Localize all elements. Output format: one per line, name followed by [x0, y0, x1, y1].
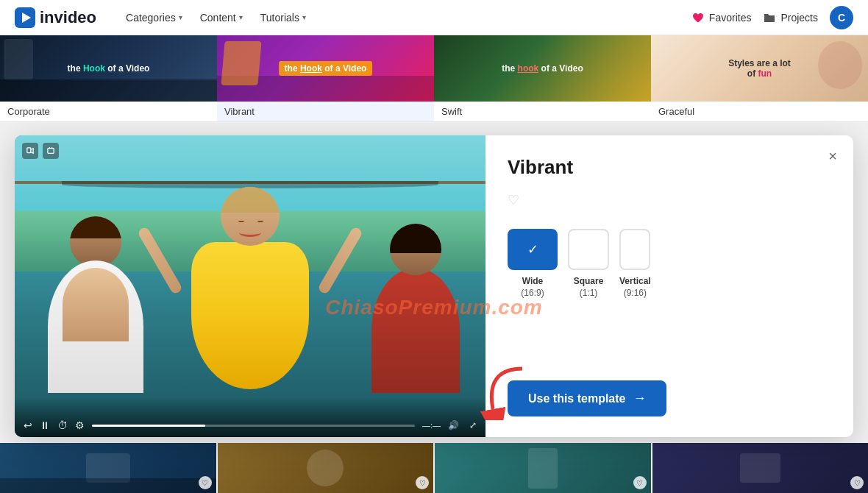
bottom-thumb-heart-4[interactable]: ♡ — [850, 476, 864, 489]
bottom-thumb-2[interactable]: ♡ — [218, 443, 434, 493]
content-area: ↩ ⏸ ⏱ ⚙ —:— 🔊 ⤢ Vibrant ♡ — [0, 122, 868, 493]
svg-rect-2 — [27, 148, 31, 153]
ratio-wide-box: ✓ — [508, 229, 558, 270]
ratio-vertical-box — [619, 229, 650, 270]
replay-button[interactable]: ↩ — [24, 419, 32, 431]
bottom-thumb-1[interactable]: ♡ — [0, 443, 216, 493]
template-name-graceful: Graceful — [651, 102, 868, 121]
progress-bar[interactable] — [92, 425, 415, 427]
template-title: Vibrant — [508, 156, 831, 179]
user-avatar[interactable]: C — [830, 6, 853, 29]
use-template-button[interactable]: Use this template → — [508, 380, 666, 416]
chevron-down-icon: ▾ — [239, 13, 243, 21]
check-icon: ✓ — [527, 241, 538, 258]
ratio-square[interactable]: Square (1:1) — [568, 229, 609, 299]
modal-info-panel: Vibrant ♡ ✓ Wide (16:9) — [485, 135, 853, 437]
bottom-thumb-heart-3[interactable]: ♡ — [633, 476, 647, 489]
svg-rect-3 — [48, 149, 54, 154]
chevron-down-icon: ▾ — [302, 13, 306, 21]
ratio-wide[interactable]: ✓ Wide (16:9) — [508, 229, 558, 299]
logo[interactable]: invideo — [15, 7, 96, 28]
invideo-logo-icon — [15, 7, 35, 28]
modal-close-button[interactable]: × — [822, 146, 843, 166]
volume-button[interactable]: 🔊 — [448, 420, 459, 430]
ratio-vertical[interactable]: Vertical (9:16) — [619, 229, 651, 299]
projects-button[interactable]: Projects — [763, 11, 818, 24]
chevron-down-icon: ▾ — [179, 13, 182, 21]
header-right: Favorites Projects C — [691, 6, 853, 29]
template-preview-modal: ↩ ⏸ ⏱ ⚙ —:— 🔊 ⤢ Vibrant ♡ — [15, 135, 853, 437]
favorites-button[interactable]: Favorites — [691, 11, 752, 24]
template-thumb-swift[interactable]: the hook of a Video Swift — [434, 35, 651, 121]
bottom-thumb-4[interactable]: ♡ — [652, 443, 869, 493]
nav-categories[interactable]: Categories ▾ — [118, 7, 190, 28]
arrow-icon: → — [633, 391, 646, 406]
expand-button[interactable]: ⤢ — [469, 420, 477, 430]
bottom-thumbnail-row: ♡ ♡ ♡ ♡ — [0, 443, 868, 493]
template-name-corporate: Corporate — [0, 102, 217, 121]
bottom-thumb-3[interactable]: ♡ — [435, 443, 651, 493]
video-icon-1[interactable] — [22, 143, 38, 159]
header: invideo Categories ▾ Content ▾ Tutorials… — [0, 0, 868, 35]
settings-button[interactable]: ⚙ — [75, 419, 85, 431]
nav-tutorials[interactable]: Tutorials ▾ — [253, 7, 313, 28]
folder-icon — [763, 11, 776, 24]
video-top-icons — [22, 143, 59, 159]
nav-content[interactable]: Content ▾ — [193, 7, 250, 28]
bottom-thumb-heart-2[interactable]: ♡ — [416, 476, 429, 489]
pause-button[interactable]: ⏸ — [40, 419, 50, 431]
template-thumb-vibrant[interactable]: the Hook of a Video Vibrant — [217, 35, 434, 121]
template-thumbnail-row: the Hook of a Video Corporate the Hook o… — [0, 35, 868, 122]
template-name-vibrant: Vibrant — [217, 102, 434, 121]
ratio-square-label: Square (1:1) — [574, 276, 604, 299]
modal-video-panel: ↩ ⏸ ⏱ ⚙ —:— 🔊 ⤢ — [15, 135, 485, 437]
ratio-square-box — [568, 229, 609, 270]
main-nav: Categories ▾ Content ▾ Tutorials ▾ — [118, 7, 313, 28]
template-name-swift: Swift — [434, 102, 651, 121]
template-thumb-graceful[interactable]: Styles are a lotof fun Graceful — [651, 35, 868, 121]
time-display: —:— — [422, 421, 441, 430]
aspect-ratio-selector: ✓ Wide (16:9) Square (1:1) — [508, 229, 831, 299]
page-container: invideo Categories ▾ Content ▾ Tutorials… — [0, 0, 868, 493]
timer-button[interactable]: ⏱ — [57, 419, 68, 431]
video-icon-2[interactable] — [43, 143, 59, 159]
template-thumb-corporate[interactable]: the Hook of a Video Corporate — [0, 35, 217, 121]
favorite-heart-button[interactable]: ♡ — [508, 192, 831, 208]
progress-fill — [92, 425, 205, 427]
ratio-wide-label: Wide (16:9) — [521, 276, 544, 299]
video-preview[interactable] — [15, 135, 485, 437]
bottom-thumb-heart-1[interactable]: ♡ — [199, 476, 212, 489]
logo-text: invideo — [40, 8, 96, 27]
heart-icon — [691, 11, 705, 24]
ratio-vertical-label: Vertical (9:16) — [619, 276, 651, 299]
